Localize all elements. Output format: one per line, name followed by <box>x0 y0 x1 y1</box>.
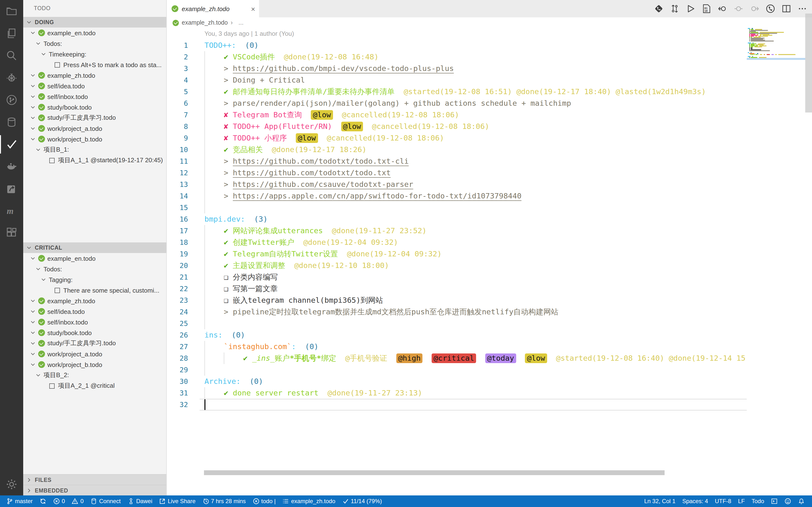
editor-line[interactable]: 28✔ _ins_账户*手机号*绑定 @手机号验证 @high @critica… <box>167 352 747 364</box>
editor-line[interactable]: 9✘ TODO++ 小程序 @low @cancelled(19-12-08 1… <box>167 132 747 144</box>
editor-line[interactable]: 3> https://github.com/bmpi-dev/vscode-to… <box>167 63 747 74</box>
editor-line[interactable]: 13> https://github.com/csauve/todotxt-pa… <box>167 179 747 190</box>
todo-icon[interactable] <box>0 133 23 156</box>
tree-item[interactable]: work/project_b.todo <box>23 359 166 370</box>
editor-line[interactable]: 27`instaghub.com`: (0) <box>167 341 747 352</box>
editor-line[interactable]: 8✘ TODO++ App(Flutter/RN) @low @cancelle… <box>167 121 747 132</box>
tree-item[interactable]: example_zh.todo <box>23 70 166 80</box>
search-icon[interactable] <box>0 44 23 67</box>
editor-line[interactable]: 16bmpi.dev: (3) <box>167 213 747 225</box>
editor-line[interactable]: 4> Doing + Critical <box>167 74 747 86</box>
compare-icon[interactable] <box>669 3 680 14</box>
editor-line[interactable]: 5✔ 邮件通知每日待办事件清单/重要未待办事件清单 @started(19-12… <box>167 86 747 98</box>
tree-item[interactable]: example_en.todo <box>23 27 166 38</box>
source-control-icon[interactable] <box>0 89 23 111</box>
next-change-icon[interactable] <box>749 3 760 14</box>
breadcrumb-file[interactable]: example_zh.todo <box>182 19 227 26</box>
section-header-embedded[interactable]: EMBEDDED <box>23 485 166 495</box>
tab-close-icon[interactable]: × <box>251 5 255 13</box>
encoding[interactable]: UTF-8 <box>711 498 735 505</box>
db-connect-status[interactable]: Connect <box>87 498 124 505</box>
editor-line[interactable]: 10✔ 竞品相关 @done(19-12-17 18:26) <box>167 144 747 156</box>
explorer-icon[interactable] <box>0 0 23 22</box>
breadcrumb-more[interactable]: ... <box>239 19 244 26</box>
tree-item[interactable]: 项目B_2: <box>23 370 166 381</box>
open-changes-icon[interactable] <box>717 3 728 14</box>
editor-line[interactable]: 25 <box>167 318 747 329</box>
editor-line[interactable]: 29 <box>167 364 747 376</box>
editor-line[interactable]: 18✔ 创建Twitter账户 @done(19-12-04 09:32) <box>167 237 747 248</box>
tree-item[interactable]: self/idea.todo <box>23 306 166 317</box>
feedback-smiley[interactable] <box>781 498 795 505</box>
section-header-critical[interactable]: CRITICAL <box>23 242 166 253</box>
debug-icon[interactable] <box>0 67 23 89</box>
horizontal-scrollbar[interactable] <box>204 470 665 475</box>
todo-progress-status[interactable]: 11/14 (79%) <box>339 498 386 505</box>
tree-item[interactable]: self/idea.todo <box>23 80 166 91</box>
git-branch-status[interactable]: master <box>3 498 36 505</box>
editor-line[interactable]: 26ins: (0) <box>167 329 747 341</box>
editor-line[interactable]: 22❑ 写第一篇文章 <box>167 283 747 294</box>
files-icon[interactable] <box>0 22 23 44</box>
tree-item[interactable]: work/project_a.todo <box>23 123 166 134</box>
tab-example-zh-todo[interactable]: example_zh.todo × <box>167 0 259 17</box>
editor-line[interactable]: 23❑ 嵌入telegram channel(bmpi365)到网站 <box>167 294 747 306</box>
section-header-doing[interactable]: DOING <box>23 17 166 27</box>
editor-line[interactable]: 15 <box>167 202 747 213</box>
section-header-files[interactable]: FILES <box>23 474 166 485</box>
terminal-status[interactable] <box>767 498 781 505</box>
extensions-icon[interactable] <box>0 222 23 244</box>
url-link[interactable]: https://github.com/bmpi-dev/vscode-todo-… <box>233 64 454 73</box>
editor-line[interactable]: 2✔ VSCode插件 @done(19-12-08 16:48) <box>167 51 747 63</box>
prev-change-icon[interactable] <box>733 3 744 14</box>
editor-line[interactable]: 21❑ 分类内容编写 <box>167 271 747 283</box>
live-share-status[interactable]: Live Share <box>156 498 199 505</box>
tree-item[interactable]: Press Alt+S to mark a todo as sta... <box>23 59 166 70</box>
editor-line[interactable]: 17✔ 网站评论集成utterances @done(19-11-27 23:5… <box>167 225 747 237</box>
run-icon[interactable] <box>685 3 697 14</box>
tree-item[interactable]: study/手工皮具学习.todo <box>23 113 166 123</box>
tree-item[interactable]: Tagging: <box>23 274 166 285</box>
todo-file-status[interactable]: todo | <box>249 498 279 505</box>
url-link[interactable]: https://github.com/todotxt/todo.txt-cli <box>233 157 409 166</box>
editor-line[interactable]: 30Archive: (0) <box>167 376 747 387</box>
tree-item[interactable]: example_zh.todo <box>23 295 166 306</box>
account-status[interactable]: Dawei <box>124 498 156 505</box>
url-link[interactable]: https://github.com/todotxt/todo.txt <box>233 169 391 177</box>
tree-item[interactable]: There are some special, customi... <box>23 285 166 295</box>
time-tracker-status[interactable]: 7 hrs 28 mins <box>199 498 249 505</box>
editor-line[interactable]: 19✔ Telegram自动转Twitter设置 @done(19-12-04 … <box>167 248 747 260</box>
tree-item[interactable]: Todos: <box>23 38 166 49</box>
indentation[interactable]: Spaces: 4 <box>679 498 711 505</box>
tree-item[interactable]: Todos: <box>23 264 166 274</box>
notifications-bell[interactable] <box>795 498 808 505</box>
tree-item[interactable]: work/project_b.todo <box>23 134 166 145</box>
eol[interactable]: LF <box>735 498 748 505</box>
editor-line[interactable]: 32 <box>167 399 747 410</box>
gitlens-blame[interactable]: You, 3 days ago | 1 author (You) <box>204 28 294 40</box>
settings-gear-icon[interactable] <box>0 473 23 495</box>
breadcrumb[interactable]: example_zh.todo › ... <box>167 17 812 28</box>
tree-item[interactable]: 项目A_2_1 @critical <box>23 381 166 391</box>
sync-status[interactable] <box>36 498 50 505</box>
editor-line[interactable]: 12> https://github.com/todotxt/todo.txt <box>167 167 747 179</box>
docker-icon[interactable] <box>0 156 23 178</box>
editor-line[interactable]: 6> parse/render/api(json)/mailer(golang)… <box>167 98 747 109</box>
share-icon[interactable] <box>0 178 23 200</box>
binary-file-icon[interactable] <box>701 3 712 14</box>
url-link[interactable]: https://github.com/csauve/todotxt-parser <box>233 180 413 189</box>
tree-item[interactable]: study/book.todo <box>23 327 166 338</box>
tree-item[interactable]: 项目B_1: <box>23 145 166 155</box>
database-icon[interactable] <box>0 111 23 133</box>
vertical-scrollbar[interactable] <box>805 13 812 113</box>
split-editor-icon[interactable] <box>780 3 792 14</box>
tree-item[interactable]: 项目A_1_1 @started(19-12-17 20:45) <box>23 155 166 166</box>
errors-status[interactable]: 0 <box>50 498 68 505</box>
todo-list-status[interactable]: example_zh.todo <box>279 498 339 505</box>
editor-content[interactable]: You, 3 days ago | 1 author (You) 1TODO++… <box>167 28 747 495</box>
minimap[interactable] <box>747 28 805 495</box>
markdown-m-icon[interactable] <box>0 200 23 222</box>
tree-item[interactable]: study/手工皮具学习.todo <box>23 338 166 349</box>
editor-line[interactable]: 20✔ 主题设置和调整 @done(19-12-10 18:00) <box>167 260 747 271</box>
tree-item[interactable]: Timekeeping: <box>23 49 166 59</box>
